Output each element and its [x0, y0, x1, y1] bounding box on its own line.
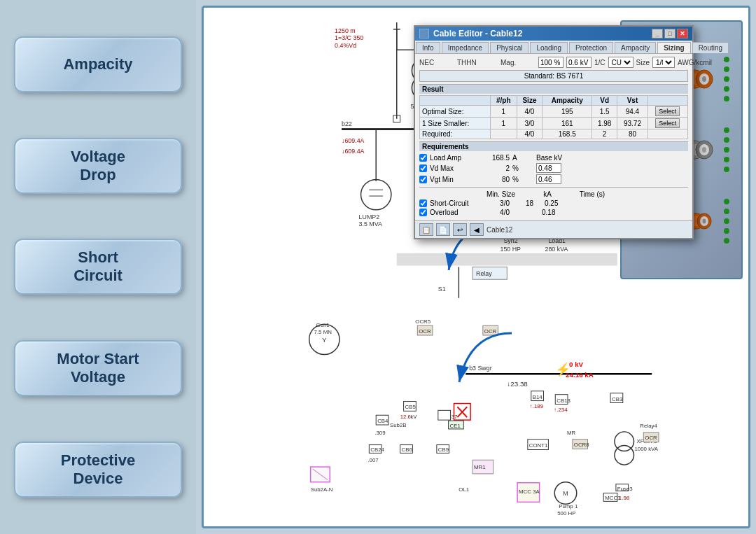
footer-nav-btn[interactable]: ◀ — [470, 223, 484, 236]
tab-loading[interactable]: Loading — [530, 42, 568, 53]
close-button[interactable]: ✕ — [677, 29, 688, 38]
svg-text:.309: .309 — [374, 430, 385, 436]
ka-col-header: kA — [543, 190, 552, 198]
sidebar-btn-protective-device[interactable]: ProtectiveDevice — [14, 442, 182, 498]
svg-point-134 — [702, 147, 706, 153]
load-amp-checkbox[interactable] — [419, 154, 427, 162]
svg-text:OCR5: OCR5 — [415, 318, 430, 325]
col-empty — [420, 96, 491, 106]
conductors-label: 1/C — [594, 59, 606, 66]
footer-icon-3[interactable]: ↩ — [453, 223, 467, 236]
sc-min-size: 3/0 — [489, 199, 510, 207]
svg-text:CB9: CB9 — [438, 447, 449, 453]
svg-text:0.4%Vd: 0.4%Vd — [335, 42, 356, 49]
req-short-circuit: Short-Circuit 3/0 18 0.25 — [419, 199, 688, 207]
tab-physical[interactable]: Physical — [490, 42, 528, 53]
tab-ampacity[interactable]: Ampacity — [615, 42, 656, 53]
requirements-section: Load Amp 168.5 A Base kV Vd Max 2 % — [419, 154, 688, 216]
smaller-ph: 1 — [491, 118, 517, 129]
size-select[interactable]: 1/0 — [652, 57, 675, 68]
mag-label: Mag. — [500, 59, 536, 66]
tab-sizing[interactable]: Sizing — [657, 42, 690, 53]
svg-text:↓609.4A: ↓609.4A — [342, 148, 365, 155]
footer-cable-label: Cable12 — [486, 226, 512, 234]
material-select[interactable]: CU — [608, 57, 634, 68]
svg-text:↓609.4A: ↓609.4A — [342, 137, 365, 144]
sc-checkbox[interactable] — [419, 199, 427, 207]
smaller-size: 3/0 — [517, 118, 542, 129]
standard-bar: Standard: BS 7671 — [419, 70, 688, 82]
tab-protection[interactable]: Protection — [569, 42, 613, 53]
overload-time: 0.18 — [542, 209, 555, 216]
vd-base-input[interactable] — [536, 163, 561, 173]
size-label: Size — [636, 59, 650, 66]
optimal-ampacity: 195 — [542, 106, 592, 118]
optimal-vd: 1.5 — [592, 106, 617, 118]
tab-impedance[interactable]: Impedance — [442, 42, 489, 53]
svg-point-129 — [702, 76, 706, 82]
svg-text:Sub2A-N: Sub2A-N — [311, 486, 333, 493]
main-content: ~ 1250 m 1=3/C 350 0.4%Vd T22 5 MVA Sub3… — [196, 0, 756, 534]
sidebar-btn-voltage-drop[interactable]: VoltageDrop — [14, 138, 182, 194]
divider — [419, 187, 688, 188]
sidebar: Ampacity VoltageDrop ShortCircuit Motor … — [0, 0, 196, 534]
result-header: Result — [419, 84, 688, 94]
svg-text:.007: .007 — [368, 457, 378, 463]
cable-1-dots — [724, 57, 729, 101]
svg-text:Y: Y — [322, 336, 327, 344]
svg-text:Pump 1: Pump 1 — [559, 503, 578, 510]
req-vgt-min: Vgt Min 80 % — [419, 174, 688, 184]
svg-text:MR: MR — [567, 430, 576, 436]
vgt-base-input[interactable] — [536, 174, 561, 184]
minimize-button[interactable]: _ — [652, 29, 663, 38]
svg-text:500 HP: 500 HP — [557, 510, 575, 517]
vgt-min-unit: % — [512, 176, 526, 183]
mag-input[interactable] — [538, 57, 564, 68]
required-row: Required: 4/0 168.5 2 80 — [420, 129, 688, 139]
svg-text:MR1: MR1 — [474, 464, 486, 470]
smaller-vst: 93.72 — [617, 118, 648, 129]
restore-button[interactable]: □ — [664, 29, 676, 38]
select-smaller-btn[interactable]: Select — [655, 118, 680, 128]
svg-text:b22: b22 — [342, 120, 352, 127]
vgt-min-label: Vgt Min — [430, 176, 486, 183]
required-size: 4/0 — [517, 129, 542, 139]
svg-text:OCR: OCR — [419, 328, 431, 335]
sidebar-btn-motor-start[interactable]: Motor StartVoltage — [14, 340, 182, 396]
cable-2-dots — [724, 127, 729, 172]
optimal-vst: 94.4 — [617, 106, 648, 118]
svg-text:MCC 3A: MCC 3A — [519, 489, 540, 496]
overload-checkbox[interactable] — [419, 209, 427, 216]
tab-routing[interactable]: Routing — [692, 42, 729, 53]
nec-label: NEC — [419, 59, 454, 66]
vd-max-checkbox[interactable] — [419, 164, 427, 172]
smaller-ampacity: 161 — [542, 118, 592, 129]
vd-max-value: 2 — [489, 164, 510, 172]
blue-arrow-2 — [456, 330, 519, 388]
svg-text:0 kV: 0 kV — [569, 360, 584, 368]
col-size: Size — [517, 96, 542, 106]
footer-icon-2[interactable]: 📄 — [436, 223, 450, 236]
svg-text:3.5 MVA: 3.5 MVA — [359, 220, 382, 227]
req-overload: Overload 4/0 0.18 — [419, 209, 688, 216]
svg-text:Sub2B: Sub2B — [390, 422, 407, 428]
tab-info[interactable]: Info — [416, 42, 440, 53]
vgt-min-checkbox[interactable] — [419, 176, 427, 183]
svg-text:Relay4: Relay4 — [640, 423, 657, 429]
svg-text:CB3: CB3 — [612, 396, 623, 402]
dialog-footer: 📋 📄 ↩ ◀ Cable12 — [415, 220, 692, 238]
sidebar-btn-ampacity[interactable]: Ampacity — [14, 36, 182, 92]
optimal-size: 4/0 — [517, 106, 542, 118]
sidebar-btn-short-circuit[interactable]: ShortCircuit — [14, 239, 182, 295]
vd-max-label: Vd Max — [430, 164, 486, 172]
schematic-container: ~ 1250 m 1=3/C 350 0.4%Vd T22 5 MVA Sub3… — [202, 6, 750, 528]
svg-rect-45 — [397, 253, 617, 266]
svg-text:M: M — [563, 490, 568, 497]
svg-text:CB13: CB13 — [556, 398, 570, 404]
result-table: #/ph Size Ampacity Vd Vst Optimal Size: … — [419, 95, 688, 139]
dialog-titlebar: Cable Editor - Cable12 _ □ ✕ — [415, 27, 692, 41]
svg-text:CB24: CB24 — [370, 447, 384, 453]
footer-icon-1[interactable]: 📋 — [419, 223, 433, 236]
select-optimal-btn[interactable]: Select — [655, 106, 680, 116]
voltage-input[interactable] — [566, 57, 592, 68]
